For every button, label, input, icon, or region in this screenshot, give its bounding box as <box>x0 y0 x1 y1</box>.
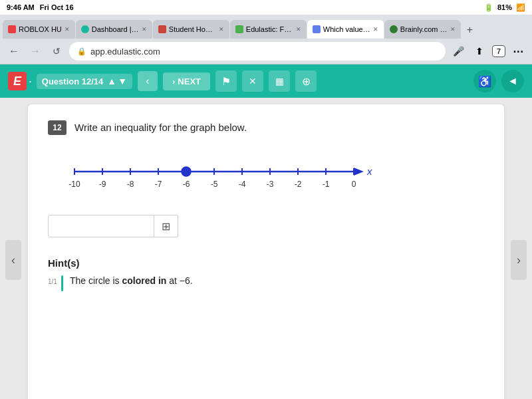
more-button[interactable]: ⋯ <box>509 43 527 60</box>
svg-marker-1 <box>354 168 364 176</box>
page-right-arrow[interactable]: › <box>511 240 527 280</box>
tab-close-icon[interactable]: ✕ <box>65 26 70 33</box>
calendar-button[interactable]: ▦ <box>269 70 290 92</box>
tab-close-icon[interactable]: ✕ <box>142 26 147 33</box>
q-nav-down[interactable]: ▼ <box>118 76 127 86</box>
close-button[interactable]: ✕ <box>242 70 263 92</box>
status-bar-left: 9:46 AM Fri Oct 16 <box>7 3 74 11</box>
tab-favicon <box>81 25 89 33</box>
url-text: app.edulastic.com <box>90 47 438 57</box>
url-bar[interactable]: 🔒 app.edulastic.com <box>69 42 446 61</box>
tab-dashboard[interactable]: Dashboard | C... ✕ <box>76 20 152 39</box>
svg-text:-2: -2 <box>295 180 302 189</box>
number-line-container: x -10 -9 -8 -7 -6 -5 <box>48 148 484 195</box>
svg-text:-3: -3 <box>267 180 274 189</box>
hint-title: Hint(s) <box>48 257 484 269</box>
toolbar-icons: 🎤 ⬆ 7 ⋯ <box>450 43 527 60</box>
svg-text:-9: -9 <box>99 180 106 189</box>
hint-text: The circle is colored in at −6. <box>70 275 193 286</box>
tab-close-icon[interactable]: ✕ <box>296 26 301 33</box>
tab-favicon <box>390 25 398 33</box>
new-tab-button[interactable]: + <box>462 21 478 39</box>
number-line-svg: x -10 -9 -8 -7 -6 -5 <box>55 148 374 195</box>
bookmark-button[interactable]: ⚑ <box>215 70 237 92</box>
reload-button[interactable]: ↺ <box>48 43 65 60</box>
time: 9:46 AM <box>7 3 35 11</box>
battery-icon: 🔋 <box>484 3 493 12</box>
q-nav-arrows: ▲ ▼ <box>107 76 127 86</box>
hint-box: 1/1 The circle is colored in at −6. <box>48 275 484 291</box>
svg-text:-8: -8 <box>127 180 134 189</box>
page-left-arrow[interactable]: ‹ <box>5 240 21 280</box>
answer-area: ⊞ <box>48 215 484 237</box>
browser-chrome: ROBLOX HU ✕ Dashboard | C... ✕ Student H… <box>0 15 532 65</box>
hint-border-bar <box>61 275 63 291</box>
svg-text:x: x <box>366 166 372 177</box>
tab-student[interactable]: Student Home... ✕ <box>153 20 229 39</box>
next-btn-label: NEXT <box>178 76 201 86</box>
tab-count-badge[interactable]: 7 <box>492 45 505 57</box>
tab-label: Which value of... <box>323 25 370 33</box>
tab-favicon <box>235 25 243 33</box>
svg-text:-7: -7 <box>155 180 162 189</box>
hint-section: Hint(s) 1/1 The circle is colored in at … <box>48 257 484 291</box>
lock-icon: 🔒 <box>77 47 86 56</box>
tab-bar: ROBLOX HU ✕ Dashboard | C... ✕ Student H… <box>0 15 532 39</box>
hint-badge: 1/1 <box>48 277 57 287</box>
q-nav-up[interactable]: ▲ <box>107 76 116 86</box>
tab-label: Student Home... <box>169 25 216 33</box>
next-question-button[interactable]: › NEXT <box>163 72 210 90</box>
zoom-button[interactable]: ⊕ <box>295 70 317 92</box>
tab-brainly[interactable]: Brainly.com - F... ✕ <box>384 20 461 39</box>
svg-text:-10: -10 <box>68 180 80 189</box>
battery-level: 81% <box>497 3 512 11</box>
status-bar: 9:46 AM Fri Oct 16 🔋 81% 📶 <box>0 0 532 15</box>
tab-favicon <box>158 25 166 33</box>
forward-button[interactable]: → <box>27 43 44 60</box>
page-wrapper: ‹ 12 Write an inequality for the graph b… <box>0 98 532 399</box>
svg-text:-1: -1 <box>323 180 330 189</box>
address-bar: ← → ↺ 🔒 app.edulastic.com 🎤 ⬆ 7 ⋯ <box>0 39 532 64</box>
question-header: 12 Write an inequality for the graph bel… <box>48 120 484 135</box>
svg-text:0: 0 <box>352 180 356 189</box>
tab-close-icon[interactable]: ✕ <box>219 26 224 33</box>
prev-question-button[interactable]: ‹ <box>138 71 158 91</box>
status-bar-right: 🔋 81% 📶 <box>484 3 525 12</box>
question-number-badge: 12 <box>48 120 66 135</box>
tab-roblox[interactable]: ROBLOX HU ✕ <box>3 20 75 39</box>
hint-bold-text: colored in <box>122 275 166 286</box>
tab-label: Dashboard | C... <box>92 25 139 33</box>
tab-edulastic[interactable]: Edulastic: Form... ✕ <box>230 20 307 39</box>
next-arrow-icon: › <box>172 76 175 86</box>
share-button[interactable]: ⬆ <box>471 43 488 60</box>
svg-point-25 <box>182 167 191 176</box>
question-label: Question 12/14 <box>42 76 103 86</box>
tab-label: Brainly.com - F... <box>400 25 448 33</box>
answer-input[interactable] <box>48 215 154 237</box>
accessibility-button[interactable]: ♿ <box>473 70 496 92</box>
tab-label: ROBLOX HU <box>19 25 62 33</box>
svg-text:-5: -5 <box>211 180 218 189</box>
mic-button[interactable]: 🎤 <box>450 43 467 60</box>
edu-logo-dot: • <box>29 78 31 84</box>
tab-label: Edulastic: Form... <box>246 25 293 33</box>
tab-close-icon[interactable]: ✕ <box>450 26 456 33</box>
edu-toolbar: E • Question 12/14 ▲ ▼ ‹ › NEXT ⚑ ✕ ▦ ⊕ … <box>0 65 532 98</box>
tab-which-value[interactable]: Which value of... ✕ <box>307 20 384 39</box>
question-text: Write an inequality for the graph below. <box>74 120 247 134</box>
content-card: 12 Write an inequality for the graph bel… <box>28 104 504 399</box>
svg-text:-6: -6 <box>183 180 190 189</box>
edu-logo: E <box>8 72 27 90</box>
svg-text:-4: -4 <box>239 180 246 189</box>
wifi-icon: 📶 <box>516 3 525 12</box>
question-nav: Question 12/14 ▲ ▼ <box>37 74 132 89</box>
hint-pre-text: The circle is <box>70 275 122 286</box>
back-button[interactable]: ← <box>5 43 23 60</box>
tab-favicon <box>313 25 321 33</box>
tab-favicon <box>8 25 16 33</box>
tab-close-icon[interactable]: ✕ <box>373 26 378 33</box>
back-icon-button[interactable]: ◄ <box>501 70 524 92</box>
day-date: Fri Oct 16 <box>40 3 74 11</box>
hint-post-text: at −6. <box>166 275 192 286</box>
calculator-button[interactable]: ⊞ <box>154 215 178 237</box>
